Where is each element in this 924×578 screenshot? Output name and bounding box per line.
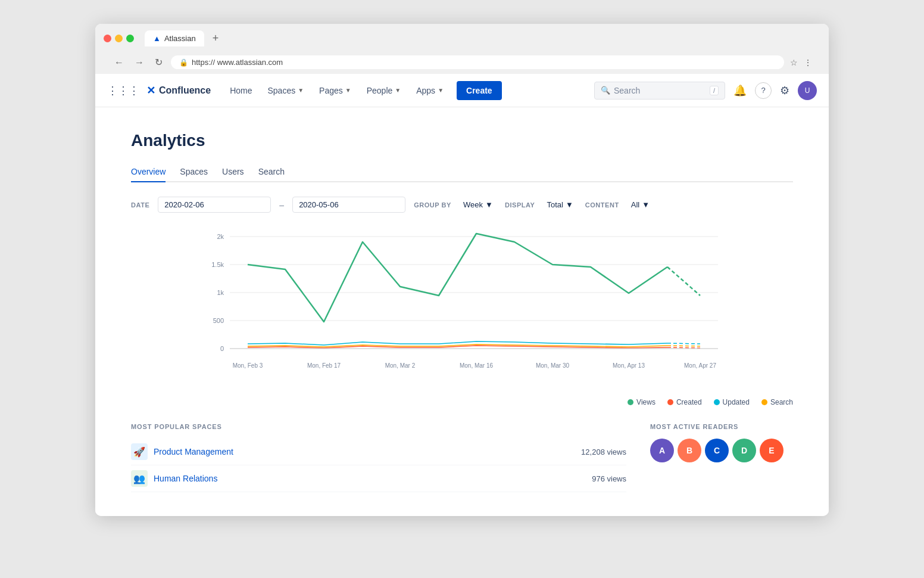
bookmark-icon[interactable]: ☆ (790, 58, 798, 67)
minimize-button[interactable] (115, 35, 123, 42)
content-select[interactable]: All ▼ (628, 198, 653, 212)
nav-label-pages: Pages (319, 86, 343, 95)
atlassian-favicon: ▲ (153, 34, 161, 43)
chart-container: 2k 1.5k 1k 500 0 Mon, Feb 3 Mon, Feb 17 … (131, 225, 793, 411)
product-management-link[interactable]: Product Management (154, 447, 575, 456)
close-button[interactable] (104, 35, 111, 42)
lock-icon: 🔒 (179, 58, 188, 67)
browser-window: ▲ Atlassian + ← → ↻ 🔒 https:// www.atlas… (95, 24, 829, 516)
nav-item-home[interactable]: Home (223, 81, 259, 100)
search-dot (761, 399, 767, 405)
tab-label: Atlassian (164, 34, 196, 43)
reader-avatar-2[interactable]: B (678, 439, 701, 462)
group-by-select[interactable]: Week ▼ (460, 198, 497, 212)
settings-button[interactable]: ⚙ (778, 82, 792, 100)
space-row-product-management: 🚀 Product Management 12,208 views (131, 439, 626, 465)
group-by-value: Week (463, 200, 483, 209)
search-icon: 🔍 (601, 86, 610, 95)
notifications-button[interactable]: 🔔 (731, 82, 749, 100)
search-label: Search (770, 398, 793, 406)
svg-text:500: 500 (213, 317, 224, 324)
apps-grid-icon[interactable]: ⋮⋮⋮ (107, 84, 139, 97)
human-relations-link[interactable]: Human Relations (154, 474, 586, 483)
nav-item-pages[interactable]: Pages ▼ (312, 81, 358, 100)
reader-avatar-3[interactable]: C (705, 439, 729, 462)
main-nav: Home Spaces ▼ Pages ▼ People ▼ Apps ▼ Cr… (223, 81, 502, 100)
bell-icon: 🔔 (733, 85, 747, 97)
settings-icon: ⚙ (780, 85, 789, 97)
help-icon: ? (761, 86, 765, 95)
legend-views: Views (628, 398, 655, 406)
human-relations-views: 976 views (592, 474, 626, 483)
svg-text:0: 0 (220, 345, 224, 352)
legend-updated: Updated (714, 398, 750, 406)
date-dash: – (279, 200, 284, 210)
new-tab-button[interactable]: + (208, 30, 224, 47)
confluence-logo[interactable]: ✕ Confluence (146, 84, 211, 97)
browser-tab[interactable]: ▲ Atlassian (145, 30, 204, 46)
content-label: CONTENT (585, 201, 619, 209)
date-filter-label: DATE (131, 201, 149, 209)
create-button[interactable]: Create (457, 81, 502, 100)
product-management-icon: 🚀 (131, 443, 148, 460)
display-label: DISPLAY (505, 201, 535, 209)
date-from-input[interactable] (158, 197, 271, 213)
content-dropdown-icon: ▼ (642, 200, 650, 209)
nav-label-spaces: Spaces (267, 86, 295, 95)
confluence-logo-icon: ✕ (146, 84, 155, 97)
page-title: Analytics (131, 131, 793, 150)
svg-text:Mon, Feb 17: Mon, Feb 17 (307, 362, 341, 369)
nav-label-people: People (367, 86, 393, 95)
reader-avatar-5[interactable]: E (760, 439, 783, 462)
group-by-dropdown-icon: ▼ (485, 200, 493, 209)
app-navbar: ⋮⋮⋮ ✕ Confluence Home Spaces ▼ Pages ▼ P… (95, 74, 829, 107)
address-bar-container: ← → ↻ 🔒 https:// www.atlassian.com ☆ ⋮ (104, 52, 820, 74)
nav-item-spaces[interactable]: Spaces ▼ (260, 81, 311, 100)
search-shortcut-badge: / (710, 86, 719, 95)
help-button[interactable]: ? (755, 82, 772, 99)
browser-menu-icon[interactable]: ⋮ (804, 58, 812, 67)
confluence-logo-text: Confluence (159, 85, 211, 96)
bottom-section: MOST POPULAR SPACES 🚀 Product Management… (131, 423, 793, 492)
svg-text:Mon, Mar 30: Mon, Mar 30 (536, 362, 570, 369)
reader-avatar-4[interactable]: D (732, 439, 756, 462)
space-row-human-relations: 👥 Human Relations 976 views (131, 465, 626, 492)
svg-text:Mon, Mar 2: Mon, Mar 2 (385, 362, 416, 369)
search-placeholder: Search (614, 86, 706, 95)
tab-users[interactable]: Users (222, 162, 244, 182)
legend-search: Search (761, 398, 793, 406)
main-content: Analytics Overview Spaces Users Search D… (95, 107, 829, 516)
product-management-views: 12,208 views (581, 448, 626, 456)
svg-text:Mon, Apr 27: Mon, Apr 27 (684, 362, 716, 369)
address-bar[interactable]: 🔒 https:// www.atlassian.com (171, 55, 784, 69)
browser-titlebar: ▲ Atlassian + ← → ↻ 🔒 https:// www.atlas… (95, 24, 829, 74)
content-value: All (631, 200, 639, 209)
reader-avatar-1[interactable]: A (650, 439, 674, 462)
nav-label-apps: Apps (416, 86, 435, 95)
display-select[interactable]: Total ▼ (543, 198, 576, 212)
svg-text:Mon, Mar 16: Mon, Mar 16 (460, 362, 494, 369)
browser-controls: ▲ Atlassian + (104, 30, 820, 47)
date-to-input[interactable] (292, 197, 405, 213)
popular-spaces-section: MOST POPULAR SPACES 🚀 Product Management… (131, 423, 626, 492)
search-bar[interactable]: 🔍 Search / (594, 82, 725, 100)
tab-spaces[interactable]: Spaces (180, 162, 208, 182)
nav-item-apps[interactable]: Apps ▼ (409, 81, 451, 100)
refresh-button[interactable]: ↻ (152, 55, 165, 69)
spaces-dropdown-icon: ▼ (298, 87, 304, 94)
svg-text:Mon, Feb 3: Mon, Feb 3 (233, 362, 263, 369)
back-button[interactable]: ← (112, 56, 126, 69)
tab-search[interactable]: Search (258, 162, 285, 182)
traffic-lights (104, 35, 134, 42)
forward-button[interactable]: → (132, 56, 146, 69)
apps-dropdown-icon: ▼ (438, 87, 444, 94)
chart-legend: Views Created Updated Search (131, 393, 793, 411)
svg-text:2k: 2k (217, 233, 224, 240)
svg-text:1.5k: 1.5k (211, 261, 224, 268)
maximize-button[interactable] (126, 35, 134, 42)
updated-label: Updated (723, 398, 750, 406)
tab-overview[interactable]: Overview (131, 162, 166, 182)
nav-item-people[interactable]: People ▼ (360, 81, 408, 100)
created-dot (667, 399, 673, 405)
user-avatar[interactable]: U (798, 81, 817, 100)
